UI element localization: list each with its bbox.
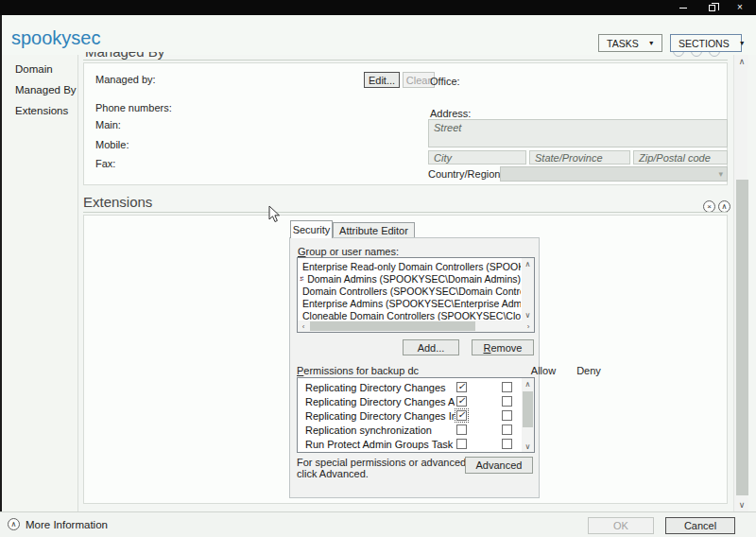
permissions-list[interactable]: Replicating Directory Changes ✓ ✓ Replic… [297,377,535,453]
managed-by-section-title-clipped: Managed By [85,52,293,60]
footer-bar: ∧ More Information OK Cancel [0,511,756,537]
list-item[interactable]: Domain Admins (SPOOKYSEC\Domain Admins) [300,272,521,285]
permissions-label: Permissions for backup dc [297,365,419,376]
state-input[interactable]: State/Province [529,150,630,165]
allow-checkbox[interactable]: ✓ [456,424,467,435]
deny-checkbox[interactable]: ✓ [502,439,512,449]
allow-column-header: Allow [526,365,560,376]
sidebar-item-domain[interactable]: Domain [15,63,53,75]
add-button-label: Add... [418,342,445,354]
managed-by-section-title: Managed By [85,52,293,60]
chevron-down-icon: ▼ [648,40,655,46]
hscroll-thumb[interactable] [310,321,475,331]
ok-button-label: OK [613,520,628,531]
chevron-up-icon: ∧ [722,203,728,211]
group-list-vscrollbar[interactable]: ∧ ∨ [522,258,534,320]
scroll-down-icon[interactable]: ∨ [522,309,534,320]
tab-attribute-editor-label: Attribute Editor [339,225,408,236]
scroll-up-icon[interactable]: ∧ [522,258,534,269]
permissions-vscrollbar[interactable]: ∧ ∨ [522,378,534,452]
scroll-left-icon[interactable]: ‹ [298,320,309,332]
city-placeholder: City [434,152,452,164]
more-information-label: More Information [26,519,108,530]
cancel-button-label: Cancel [684,520,716,531]
tab-security[interactable]: Security [290,220,333,238]
tab-security-label: Security [293,224,331,235]
clear-button-label: Clear [406,75,431,86]
deny-column-header: Deny [572,365,606,376]
zip-placeholder: Zip/Postal code [639,152,711,164]
vscroll-thumb[interactable] [523,391,533,427]
street-input[interactable]: Street [428,119,728,147]
managed-by-header-buttons-clipped [673,52,733,60]
group-list-hscrollbar[interactable]: ‹ › [298,320,534,332]
scroll-down-icon[interactable]: ∨ [735,498,748,511]
deny-checkbox[interactable]: ✓ [502,382,512,392]
check-icon: ✓ [457,396,465,406]
deny-checkbox[interactable]: ✓ [502,396,512,407]
tab-attribute-editor[interactable]: Attribute Editor [333,222,415,238]
allow-checkbox[interactable]: ✓ [456,382,467,392]
remove-button[interactable]: Remove [472,339,534,355]
more-information-toggle[interactable]: ∧ [8,518,20,530]
scroll-up-icon[interactable]: ∧ [522,378,534,390]
permission-name: Replicating Directory Changes [305,381,455,395]
sidebar-item-managed-by[interactable]: Managed By [15,84,77,95]
sections-dropdown-button[interactable]: SECTIONS ▼ [670,34,742,52]
managed-by-title-rule [83,60,728,61]
group-name: Enterprise Admins (SPOOKYSEC\Enterprise … [302,298,521,309]
allow-checkbox[interactable]: ✓ [456,410,467,421]
extensions-panel: Security Attribute Editor Group or user … [83,215,728,504]
window-titlebar: × [0,0,756,15]
allow-checkbox[interactable]: ✓ [456,439,467,449]
cancel-button[interactable]: Cancel [665,517,735,534]
scroll-up-icon[interactable]: ∧ [735,55,748,68]
edit-button[interactable]: Edit... [364,72,400,88]
list-item[interactable]: Enterprise Read-only Domain Controllers … [300,260,521,272]
list-item[interactable]: Enterprise Admins (SPOOKYSEC\Enterprise … [300,297,521,309]
check-icon: ✓ [457,382,465,391]
advanced-button[interactable]: Advanced [465,457,533,474]
restore-icon [709,5,715,11]
allow-checkbox[interactable]: ✓ [456,396,467,407]
advanced-button-label: Advanced [476,459,523,471]
window-controls: × [669,0,754,15]
ok-button[interactable]: OK [588,517,654,534]
permission-name: Replicating Directory Changes In Filte..… [305,409,455,424]
main-vscrollbar[interactable]: ∧ ∨ [733,55,747,511]
city-input[interactable]: City [428,150,526,165]
managed-by-label: Managed by: [95,74,156,85]
deny-checkbox[interactable]: ✓ [502,424,512,435]
mobile-label: Mobile: [95,139,129,150]
select-chevron-icon: ▾ [718,169,723,179]
help-circle-icon [673,52,684,57]
list-item[interactable]: Domain Controllers (SPOOKYSEC\Domain Con… [300,285,521,297]
minimize-button[interactable] [669,0,697,15]
close-icon: × [737,3,743,12]
close-button[interactable]: × [726,0,754,15]
permission-name: Replication synchronization [305,424,455,438]
group-names-label: Group or user names: [298,246,399,257]
extensions-section-title: Extensions [83,194,152,210]
sidebar: Domain Managed By Extensions [2,55,77,511]
address-label: Address: [430,108,471,119]
office-label: Office: [430,76,460,87]
group-name: Domain Controllers (SPOOKYSEC\Domain Con… [302,286,521,297]
zip-input[interactable]: Zip/Postal code [633,150,728,165]
scroll-right-icon[interactable]: › [523,320,534,332]
chevron-down-icon: ▼ [739,40,746,46]
scroll-down-icon[interactable]: ∨ [522,441,534,452]
vscroll-thumb[interactable] [736,180,748,495]
deny-checkbox[interactable]: ✓ [502,410,512,421]
sidebar-item-extensions[interactable]: Extensions [15,105,68,116]
group-names-list[interactable]: Enterprise Read-only Domain Controllers … [297,257,535,333]
add-button[interactable]: Add... [403,339,459,355]
permission-name: Run Protect Admin Groups Task [305,438,455,452]
minimize-icon [679,8,687,9]
tasks-dropdown-button[interactable]: TASKS ▼ [598,34,662,52]
group-name: Enterprise Read-only Domain Controllers … [302,261,521,272]
restore-button[interactable] [697,0,726,15]
group-name: Domain Admins (SPOOKYSEC\Domain Admins) [307,273,521,285]
country-select[interactable]: ▾ [500,166,728,182]
sections-label: SECTIONS [679,38,730,49]
